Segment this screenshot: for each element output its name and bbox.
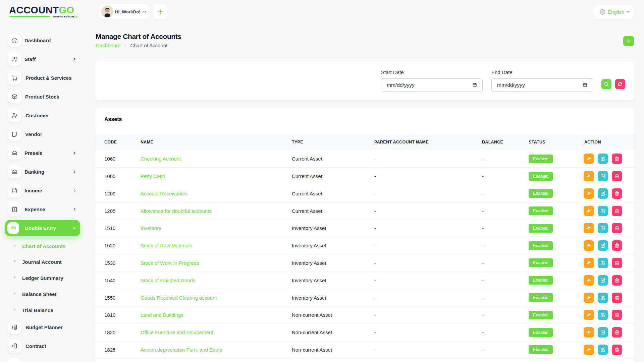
- svg-text:$: $: [12, 344, 13, 348]
- svg-text:$: $: [12, 325, 13, 329]
- svg-text:$: $: [14, 208, 15, 211]
